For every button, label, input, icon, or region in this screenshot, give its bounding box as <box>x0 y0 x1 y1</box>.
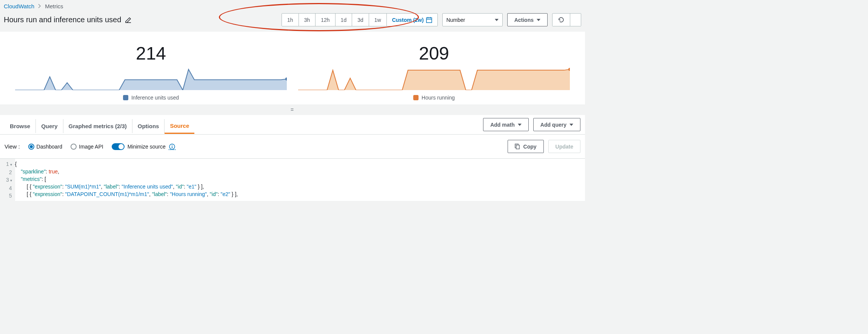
tab-browse[interactable]: Browse <box>5 119 36 133</box>
refresh-menu-button[interactable] <box>570 14 581 26</box>
page-title: Hours run and inference units used <box>4 15 121 24</box>
time-range-custom-label: Custom (2w) <box>392 17 424 23</box>
breadcrumb-current: Metrics <box>45 3 63 9</box>
legend-swatch <box>123 95 128 100</box>
time-range-1w[interactable]: 1w <box>369 14 387 26</box>
radio-icon <box>28 144 34 150</box>
chevron-right-icon <box>38 3 41 9</box>
svg-point-8 <box>172 145 172 146</box>
add-query-label: Add query <box>540 122 566 128</box>
chart-inference-units: 214 Inference units used <box>15 43 287 101</box>
refresh-icon <box>558 17 565 23</box>
radio-label: Dashboard <box>37 144 63 150</box>
radio-dashboard[interactable]: Dashboard <box>28 144 63 150</box>
time-range-selector: 1h 3h 12h 1d 3d 1w Custom (2w) <box>282 13 438 26</box>
resize-handle[interactable]: = <box>0 104 585 115</box>
time-range-1d[interactable]: 1d <box>336 14 352 26</box>
breadcrumb-root[interactable]: CloudWatch <box>4 3 34 9</box>
time-range-custom[interactable]: Custom (2w) <box>387 14 437 26</box>
update-label: Update <box>556 144 573 150</box>
source-editor[interactable]: 12345 { "sparkline": true, "metrics": [ … <box>0 159 585 201</box>
copy-icon <box>515 144 520 149</box>
update-button: Update <box>548 140 580 153</box>
svg-rect-0 <box>426 18 432 23</box>
tab-graphed-metrics[interactable]: Graphed metrics (2/3) <box>63 119 132 133</box>
view-label: View : <box>5 143 20 150</box>
view-type-value: Number <box>446 17 465 23</box>
caret-down-icon <box>495 19 499 21</box>
view-type-select[interactable]: Number <box>442 13 503 26</box>
calendar-icon <box>426 17 432 23</box>
minimize-source-toggle[interactable] <box>112 143 125 150</box>
sparkline <box>15 67 287 90</box>
time-range-3h[interactable]: 3h <box>299 14 316 26</box>
caret-down-icon <box>569 124 573 126</box>
chart-panel: 214 Inference units used 209 Hours runni… <box>0 32 585 104</box>
tab-query[interactable]: Query <box>36 119 63 133</box>
svg-rect-9 <box>516 145 519 149</box>
refresh-button[interactable] <box>553 14 570 26</box>
tab-options[interactable]: Options <box>132 119 165 133</box>
actions-button[interactable]: Actions <box>507 13 548 26</box>
toggle-label: Minimize source <box>128 144 166 150</box>
legend-swatch <box>413 95 419 100</box>
time-range-3d[interactable]: 3d <box>352 14 369 26</box>
breadcrumb: CloudWatch Metrics <box>0 0 585 12</box>
tab-source[interactable]: Source <box>165 119 194 134</box>
sparkline <box>298 67 570 90</box>
radio-image-api[interactable]: Image API <box>71 144 103 150</box>
time-range-12h[interactable]: 12h <box>315 14 335 26</box>
caret-down-icon <box>537 19 540 21</box>
add-math-button[interactable]: Add math <box>483 118 529 131</box>
info-icon[interactable] <box>169 143 175 150</box>
chart-hours-running: 209 Hours running <box>298 43 570 101</box>
edit-icon[interactable] <box>125 17 132 23</box>
refresh-group <box>552 13 581 26</box>
metric-value: 214 <box>136 43 166 64</box>
metric-value: 209 <box>419 43 449 64</box>
time-range-1h[interactable]: 1h <box>282 14 299 26</box>
radio-label: Image API <box>79 144 103 150</box>
add-query-button[interactable]: Add query <box>533 118 580 131</box>
copy-button[interactable]: Copy <box>508 140 544 153</box>
caret-down-icon <box>518 124 522 126</box>
legend-label: Hours running <box>422 95 455 101</box>
copy-label: Copy <box>523 144 537 150</box>
tabs: Browse Query Graphed metrics (2/3) Optio… <box>5 119 194 133</box>
radio-icon <box>71 144 77 150</box>
add-math-label: Add math <box>490 122 515 128</box>
gutter: 12345 <box>0 159 15 201</box>
actions-button-label: Actions <box>514 17 534 23</box>
legend-label: Inference units used <box>131 95 179 101</box>
